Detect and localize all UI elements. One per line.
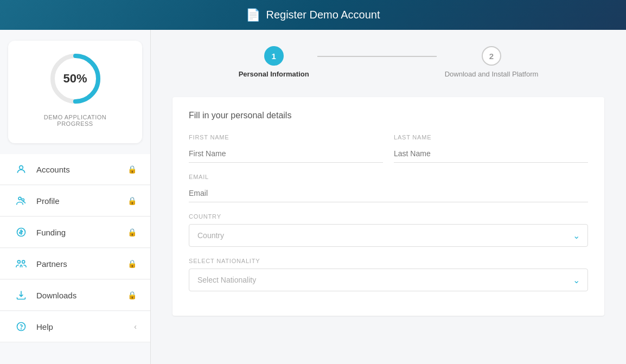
accounts-label: Accounts xyxy=(36,165,127,174)
progress-section: 50% DEMO APPLICATION PROGRESS xyxy=(8,41,142,143)
first-name-group: FIRST NAME xyxy=(189,134,383,163)
downloads-icon xyxy=(14,288,29,303)
sidebar-item-partners[interactable]: Partners 🔒 xyxy=(0,248,150,279)
partners-lock-icon: 🔒 xyxy=(127,259,137,268)
country-select-wrapper: Country ⌄ xyxy=(189,224,588,247)
sidebar-item-help[interactable]: Help ‹ xyxy=(0,311,150,342)
country-group: COUNTRY Country ⌄ xyxy=(189,213,588,247)
help-icon xyxy=(14,319,29,334)
funding-label: Funding xyxy=(36,228,127,237)
header-icon: 📄 xyxy=(246,8,260,22)
name-row: FIRST NAME LAST NAME xyxy=(189,134,588,163)
form-section: Fill in your personal details FIRST NAME… xyxy=(173,97,604,316)
svg-point-7 xyxy=(22,260,25,263)
last-name-label: LAST NAME xyxy=(394,134,588,141)
sidebar-item-profile[interactable]: Profile 🔒 xyxy=(0,186,150,216)
country-row: COUNTRY Country ⌄ xyxy=(189,213,588,247)
accounts-icon xyxy=(14,162,29,177)
email-input[interactable] xyxy=(189,184,588,202)
country-select[interactable]: Country xyxy=(189,224,588,247)
nationality-label: SELECT NATIONALITY xyxy=(189,258,588,264)
svg-point-3 xyxy=(18,197,21,200)
nationality-row: SELECT NATIONALITY Select Nationality ⌄ xyxy=(189,258,588,291)
svg-point-9 xyxy=(21,329,22,329)
sidebar-nav: Accounts 🔒 Profile 🔒 xyxy=(0,154,150,343)
profile-label: Profile xyxy=(36,196,127,206)
step-1-circle: 1 xyxy=(264,46,284,66)
nationality-group: SELECT NATIONALITY Select Nationality ⌄ xyxy=(189,258,588,291)
progress-percent: 50% xyxy=(63,72,87,86)
email-label: EMAIL xyxy=(189,174,588,180)
main-layout: 50% DEMO APPLICATION PROGRESS Accounts 🔒 xyxy=(0,30,626,364)
svg-point-2 xyxy=(20,165,23,169)
accounts-lock-icon: 🔒 xyxy=(127,165,137,174)
step-2-label: Download and Install Platform xyxy=(445,70,539,78)
email-group: EMAIL xyxy=(189,174,588,202)
section-title: Fill in your personal details xyxy=(189,111,588,120)
step-2-circle: 2 xyxy=(482,46,501,66)
downloads-lock-icon: 🔒 xyxy=(127,291,137,299)
help-label: Help xyxy=(36,322,134,331)
last-name-group: LAST NAME xyxy=(394,134,588,163)
nationality-select[interactable]: Select Nationality xyxy=(189,269,588,291)
step-connector xyxy=(317,56,437,57)
last-name-input[interactable] xyxy=(394,145,588,163)
progress-circle: 50% xyxy=(48,52,103,106)
profile-lock-icon: 🔒 xyxy=(127,196,137,205)
partners-icon xyxy=(14,256,29,271)
first-name-label: FIRST NAME xyxy=(189,134,383,141)
partners-label: Partners xyxy=(36,259,127,269)
main-content: 1 Personal Information 2 Download and In… xyxy=(151,30,626,364)
country-label: COUNTRY xyxy=(189,213,588,220)
step-1: 1 Personal Information xyxy=(239,46,309,78)
downloads-label: Downloads xyxy=(36,291,127,300)
stepper: 1 Personal Information 2 Download and In… xyxy=(173,46,604,78)
first-name-input[interactable] xyxy=(189,145,383,163)
header-title: Register Demo Account xyxy=(266,9,380,21)
sidebar: 50% DEMO APPLICATION PROGRESS Accounts 🔒 xyxy=(0,30,151,364)
help-chevron-icon: ‹ xyxy=(134,322,137,331)
email-row: EMAIL xyxy=(189,174,588,202)
step-2: 2 Download and Install Platform xyxy=(445,46,539,78)
profile-icon xyxy=(14,193,29,208)
svg-point-6 xyxy=(17,260,20,263)
svg-point-4 xyxy=(22,199,24,201)
sidebar-item-downloads[interactable]: Downloads 🔒 xyxy=(0,280,150,311)
sidebar-item-funding[interactable]: Funding 🔒 xyxy=(0,217,150,248)
funding-icon xyxy=(14,225,29,240)
header: 📄 Register Demo Account xyxy=(0,0,626,30)
progress-label: DEMO APPLICATION PROGRESS xyxy=(44,114,106,127)
step-1-label: Personal Information xyxy=(239,70,309,78)
sidebar-item-accounts[interactable]: Accounts 🔒 xyxy=(0,154,150,185)
nationality-select-wrapper: Select Nationality ⌄ xyxy=(189,269,588,291)
funding-lock-icon: 🔒 xyxy=(127,228,137,237)
